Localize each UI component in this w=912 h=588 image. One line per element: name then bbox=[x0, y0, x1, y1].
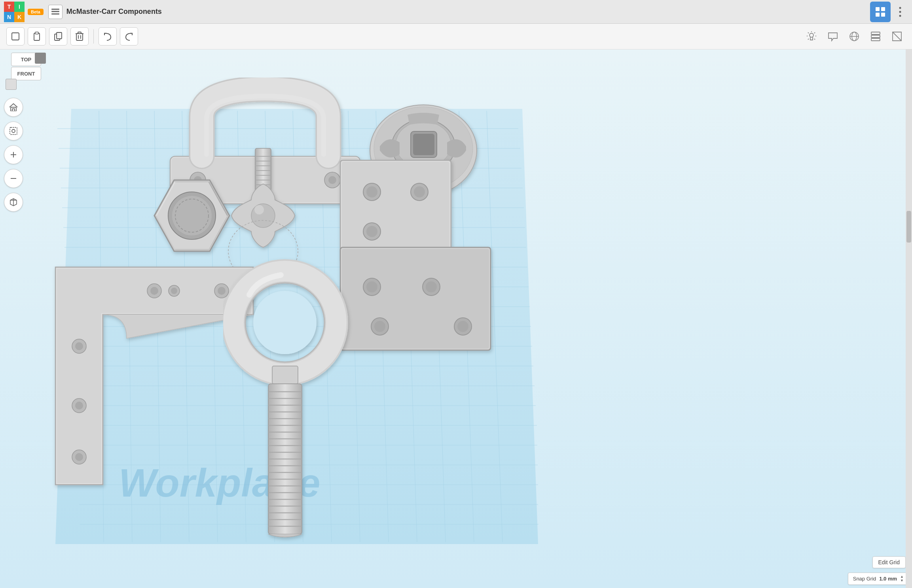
undo-button[interactable] bbox=[99, 27, 117, 46]
redo-button[interactable] bbox=[120, 27, 138, 46]
svg-rect-94 bbox=[413, 134, 434, 155]
svg-point-9 bbox=[899, 11, 901, 13]
svg-point-10 bbox=[899, 15, 901, 17]
layers-icon[interactable] bbox=[867, 28, 884, 45]
view3d-icon[interactable] bbox=[846, 28, 863, 45]
svg-point-123 bbox=[366, 186, 377, 197]
svg-rect-152 bbox=[272, 366, 298, 384]
scene-container: Workplane bbox=[0, 49, 912, 588]
svg-rect-120 bbox=[340, 247, 491, 350]
3d-scene-svg: Workplane bbox=[0, 49, 912, 588]
svg-rect-13 bbox=[35, 32, 38, 34]
svg-point-21 bbox=[810, 33, 813, 37]
comment-icon[interactable] bbox=[824, 28, 842, 45]
toolbar-separator-1 bbox=[93, 29, 94, 44]
logo-i: I bbox=[14, 2, 25, 12]
svg-point-137 bbox=[150, 287, 158, 295]
svg-point-8 bbox=[899, 7, 901, 9]
svg-rect-15 bbox=[57, 32, 62, 39]
svg-point-88 bbox=[328, 176, 336, 184]
svg-point-151 bbox=[253, 291, 317, 354]
copy-button[interactable] bbox=[49, 27, 67, 46]
svg-point-101 bbox=[172, 196, 212, 235]
svg-point-135 bbox=[374, 321, 385, 332]
svg-line-28 bbox=[808, 39, 809, 40]
svg-rect-11 bbox=[12, 33, 19, 40]
svg-rect-32 bbox=[871, 32, 880, 34]
grid-view-button[interactable] bbox=[870, 2, 891, 22]
svg-line-35 bbox=[893, 32, 901, 41]
header: T I N K Beta McMaster-Carr Components bbox=[0, 0, 912, 24]
snap-grid-label: Snap Grid bbox=[853, 576, 876, 582]
svg-line-26 bbox=[808, 32, 809, 33]
svg-rect-33 bbox=[871, 35, 880, 38]
svg-point-133 bbox=[457, 321, 468, 332]
beta-badge: Beta bbox=[28, 9, 44, 15]
svg-rect-38 bbox=[10, 127, 17, 135]
svg-rect-1 bbox=[51, 11, 59, 12]
edit-grid-button[interactable]: Edit Grid bbox=[872, 556, 906, 568]
logo: T I N K bbox=[4, 2, 25, 22]
svg-rect-7 bbox=[881, 13, 885, 17]
svg-point-143 bbox=[75, 402, 83, 410]
svg-point-147 bbox=[171, 288, 177, 294]
export-icon[interactable] bbox=[888, 28, 906, 45]
svg-rect-3 bbox=[51, 10, 59, 11]
viewport[interactable]: Workplane bbox=[0, 49, 912, 588]
svg-point-141 bbox=[75, 342, 83, 350]
light-icon[interactable] bbox=[803, 28, 820, 45]
new-button[interactable] bbox=[6, 27, 25, 46]
svg-rect-18 bbox=[78, 32, 81, 34]
clipboard-button[interactable] bbox=[28, 27, 46, 46]
svg-point-139 bbox=[218, 287, 226, 295]
svg-rect-16 bbox=[76, 34, 83, 40]
view-cube[interactable]: TOP FRONT bbox=[4, 49, 47, 93]
svg-point-131 bbox=[426, 281, 437, 292]
toolbar bbox=[0, 24, 912, 49]
snap-grid-bar: Snap Grid 1.0 mm ▲ ▼ bbox=[848, 573, 909, 585]
svg-point-129 bbox=[366, 281, 377, 292]
svg-rect-4 bbox=[876, 7, 880, 11]
svg-rect-6 bbox=[876, 13, 880, 17]
zoom-out-button[interactable] bbox=[4, 169, 23, 188]
zoom-in-button[interactable] bbox=[4, 145, 23, 164]
svg-line-25 bbox=[814, 39, 815, 40]
svg-point-125 bbox=[414, 186, 425, 197]
snap-up-arrow[interactable]: ▲ bbox=[900, 575, 904, 579]
svg-point-145 bbox=[75, 453, 83, 461]
right-scrollbar[interactable] bbox=[906, 49, 912, 588]
delete-button[interactable] bbox=[70, 27, 89, 46]
svg-rect-37 bbox=[12, 109, 15, 111]
svg-rect-34 bbox=[871, 38, 880, 41]
svg-rect-36 bbox=[11, 107, 16, 111]
app-title: McMaster-Carr Components bbox=[66, 8, 870, 16]
snap-down-arrow[interactable]: ▼ bbox=[900, 579, 904, 582]
perspective-button[interactable] bbox=[4, 193, 23, 212]
home-button[interactable] bbox=[4, 98, 23, 117]
snap-grid-value: 1.0 mm bbox=[879, 576, 897, 582]
svg-rect-0 bbox=[51, 9, 59, 10]
svg-point-116 bbox=[254, 205, 264, 214]
left-panel: TOP FRONT bbox=[4, 49, 47, 212]
logo-n: N bbox=[4, 12, 14, 22]
scroll-thumb[interactable] bbox=[906, 211, 911, 243]
logo-t: T bbox=[4, 2, 14, 12]
logo-k: K bbox=[14, 12, 25, 22]
svg-point-39 bbox=[12, 129, 15, 133]
menu-icon[interactable] bbox=[48, 5, 63, 19]
cube-corner2 bbox=[6, 79, 17, 90]
fit-button[interactable] bbox=[4, 121, 23, 140]
snap-grid-stepper[interactable]: ▲ ▼ bbox=[900, 575, 904, 582]
svg-rect-2 bbox=[51, 13, 59, 15]
cube-front-face[interactable]: FRONT bbox=[11, 67, 41, 80]
svg-point-127 bbox=[366, 226, 377, 237]
svg-rect-5 bbox=[881, 7, 885, 11]
svg-line-23 bbox=[814, 32, 815, 33]
cube-corner bbox=[35, 53, 46, 64]
more-button[interactable] bbox=[892, 3, 908, 21]
toolbar-right bbox=[803, 28, 906, 45]
